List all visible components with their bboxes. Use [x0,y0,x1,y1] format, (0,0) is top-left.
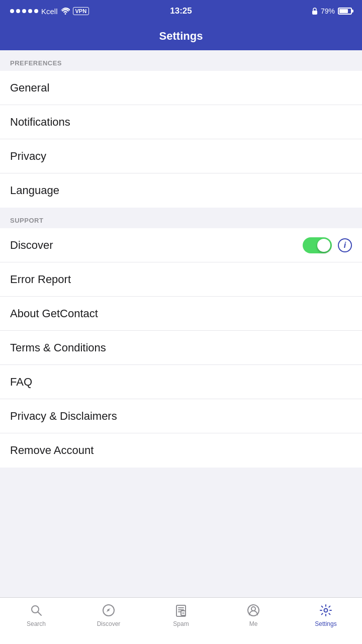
general-item[interactable]: General [0,71,362,105]
battery-indicator [338,8,352,15]
language-item[interactable]: Language [0,173,362,208]
discover-controls: i [303,237,352,253]
discover-item[interactable]: Discover i [0,228,362,262]
me-tab-label: Me [249,620,258,627]
privacy-item[interactable]: Privacy [0,139,362,173]
wifi-icon [61,8,70,15]
search-tab-label: Search [27,620,46,627]
vpn-badge: VPN [73,7,89,15]
notifications-item[interactable]: Notifications [0,105,362,139]
lock-icon [312,8,318,15]
tab-settings[interactable]: Settings [290,603,362,627]
support-header: SUPPORT [0,208,362,228]
carrier-label: Kcell [41,7,58,16]
discover-toggle[interactable] [303,237,332,253]
general-label: General [10,81,49,95]
tab-search[interactable]: Search [0,603,72,627]
search-tab-icon [29,603,44,618]
privacy-disclaimers-item[interactable]: Privacy & Disclaimers [0,399,362,433]
notifications-label: Notifications [10,116,70,129]
tab-discover[interactable]: Discover [72,603,145,627]
settings-content: PREFERENCES General Notifications Privac… [0,50,362,597]
spam-tab-icon [173,603,189,618]
privacy-label: Privacy [10,150,46,163]
settings-tab-icon [318,603,333,618]
tab-bar: Search Discover Spam [0,597,362,644]
status-left: Kcell VPN [10,7,89,16]
preferences-header: PREFERENCES [0,50,362,71]
settings-tab-label: Settings [315,620,336,627]
status-bar: Kcell VPN 13:25 79% [0,0,362,22]
battery-percent: 79% [321,7,335,15]
faq-label: FAQ [10,376,32,389]
svg-point-13 [251,607,255,611]
terms-label: Terms & Conditions [10,341,106,354]
spam-tab-label: Spam [173,620,189,627]
svg-line-2 [38,612,42,616]
error-report-label: Error Report [10,273,71,286]
signal-dots [10,9,38,13]
nav-bar: Settings [0,22,362,50]
me-tab-icon [246,603,261,618]
page-title: Settings [159,30,203,43]
discover-tab-label: Discover [97,620,121,627]
status-time: 13:25 [170,6,192,16]
language-label: Language [10,184,59,197]
privacy-disclaimers-label: Privacy & Disclaimers [10,410,117,423]
status-right: 79% [312,7,352,15]
svg-rect-0 [312,11,317,15]
discover-label: Discover [10,239,53,252]
terms-item[interactable]: Terms & Conditions [0,331,362,365]
about-item[interactable]: About GetContact [0,297,362,331]
remove-account-item[interactable]: Remove Account [0,433,362,468]
tab-me[interactable]: Me [217,603,290,627]
preferences-group: General Notifications Privacy Language [0,71,362,208]
discover-info-icon[interactable]: i [338,238,352,252]
faq-item[interactable]: FAQ [0,365,362,399]
toggle-slider [303,237,332,253]
remove-account-label: Remove Account [10,444,94,457]
svg-point-5 [108,610,110,611]
error-report-item[interactable]: Error Report [0,262,362,297]
tab-spam[interactable]: Spam [145,603,217,627]
about-label: About GetContact [10,307,98,320]
discover-tab-icon [101,603,116,618]
svg-point-14 [324,609,328,612]
support-group: Discover i Error Report About GetContact… [0,228,362,468]
